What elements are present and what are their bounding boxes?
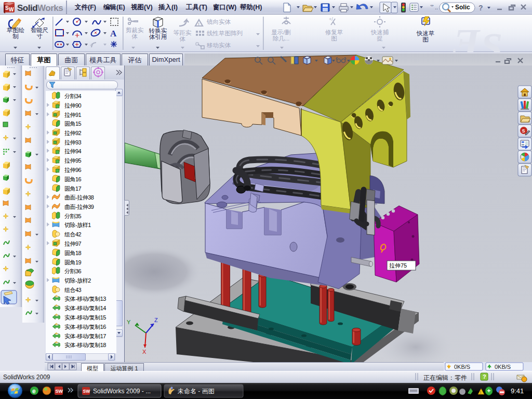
svg-text:9:41: 9:41 xyxy=(511,387,524,395)
svg-text:Z: Z xyxy=(154,317,158,323)
svg-text:SW: SW xyxy=(83,389,91,394)
svg-text:!: ! xyxy=(198,22,200,27)
svg-text:e: e xyxy=(32,388,36,395)
svg-text:Solic: Solic xyxy=(455,4,470,11)
svg-text:S: S xyxy=(522,128,525,134)
svg-text:拉伸75: 拉伸75 xyxy=(389,262,407,269)
svg-text:A: A xyxy=(110,29,117,38)
svg-text:?: ? xyxy=(483,374,486,380)
svg-text:未命名 - 画图: 未命名 - 画图 xyxy=(178,388,215,395)
svg-text:0KB/S: 0KB/S xyxy=(454,364,470,370)
svg-text:S: S xyxy=(481,25,502,52)
svg-text:Ǝ: Ǝ xyxy=(453,21,481,52)
svg-text:SW: SW xyxy=(56,389,63,394)
svg-text:!: ! xyxy=(480,390,481,395)
svg-text:+/: +/ xyxy=(329,17,333,22)
svg-text:SolidWorks: SolidWorks xyxy=(17,3,63,13)
svg-text:SolidWorks 2009 - ...: SolidWorks 2009 - ... xyxy=(93,388,151,395)
svg-text:Y: Y xyxy=(127,319,131,325)
svg-text:⺌..: ⺌.. xyxy=(429,4,438,10)
svg-text:S: S xyxy=(5,5,9,11)
svg-text:W: W xyxy=(9,7,14,12)
svg-text:X: X xyxy=(142,349,147,355)
svg-text:?: ? xyxy=(478,4,483,12)
svg-text:0KB/S: 0KB/S xyxy=(495,364,511,370)
